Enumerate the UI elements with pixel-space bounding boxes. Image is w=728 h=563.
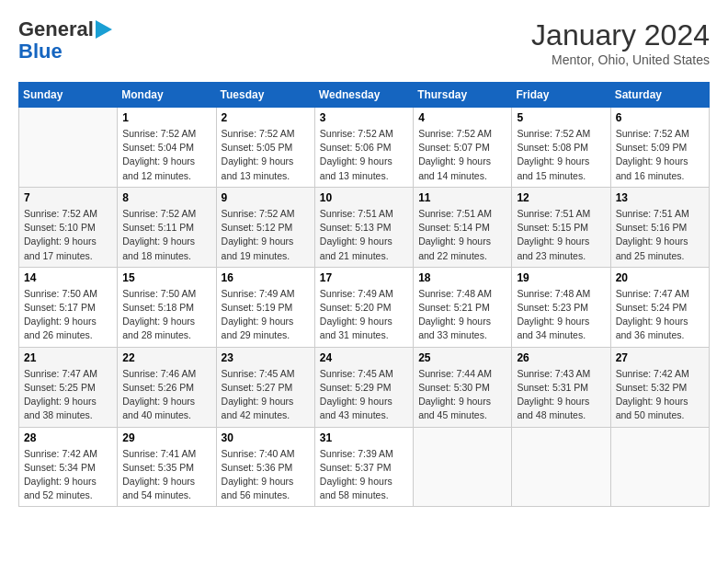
calendar-cell: 25Sunrise: 7:44 AM Sunset: 5:30 PM Dayli…: [414, 347, 512, 427]
day-number: 13: [616, 191, 704, 204]
day-info-text: Sunrise: 7:48 AM Sunset: 5:23 PM Dayligh…: [517, 287, 605, 343]
day-number: 12: [517, 191, 605, 204]
day-info-text: Sunrise: 7:45 AM Sunset: 5:29 PM Dayligh…: [320, 367, 408, 423]
calendar-cell: 8Sunrise: 7:52 AM Sunset: 5:11 PM Daylig…: [118, 187, 216, 267]
calendar-cell: 3Sunrise: 7:52 AM Sunset: 5:06 PM Daylig…: [314, 108, 413, 188]
day-info-text: Sunrise: 7:49 AM Sunset: 5:19 PM Dayligh…: [222, 287, 310, 343]
calendar-cell: 11Sunrise: 7:51 AM Sunset: 5:14 PM Dayli…: [414, 187, 512, 267]
calendar-cell: 9Sunrise: 7:52 AM Sunset: 5:12 PM Daylig…: [216, 187, 314, 267]
calendar-cell: 13Sunrise: 7:51 AM Sunset: 5:16 PM Dayli…: [610, 187, 709, 267]
calendar-body: 1Sunrise: 7:52 AM Sunset: 5:04 PM Daylig…: [19, 108, 710, 507]
calendar-cell: 20Sunrise: 7:47 AM Sunset: 5:24 PM Dayli…: [610, 267, 709, 347]
calendar-cell: 14Sunrise: 7:50 AM Sunset: 5:17 PM Dayli…: [19, 267, 118, 347]
day-info-text: Sunrise: 7:41 AM Sunset: 5:35 PM Dayligh…: [122, 447, 210, 503]
day-info-text: Sunrise: 7:46 AM Sunset: 5:26 PM Dayligh…: [122, 367, 210, 423]
day-info-text: Sunrise: 7:52 AM Sunset: 5:06 PM Dayligh…: [320, 127, 408, 183]
calendar-cell: 2Sunrise: 7:52 AM Sunset: 5:05 PM Daylig…: [216, 108, 314, 188]
day-info-text: Sunrise: 7:42 AM Sunset: 5:34 PM Dayligh…: [24, 447, 112, 503]
day-of-week-header: Sunday: [19, 83, 118, 108]
day-of-week-header: Saturday: [610, 83, 709, 108]
day-info-text: Sunrise: 7:44 AM Sunset: 5:30 PM Dayligh…: [418, 367, 506, 423]
day-info-text: Sunrise: 7:39 AM Sunset: 5:37 PM Dayligh…: [320, 447, 408, 503]
day-of-week-header: Thursday: [414, 83, 512, 108]
day-info-text: Sunrise: 7:50 AM Sunset: 5:17 PM Dayligh…: [24, 287, 112, 343]
day-number: 18: [418, 271, 506, 284]
day-number: 5: [517, 111, 605, 124]
calendar-cell: 23Sunrise: 7:45 AM Sunset: 5:27 PM Dayli…: [216, 347, 314, 427]
day-info-text: Sunrise: 7:52 AM Sunset: 5:11 PM Dayligh…: [122, 207, 210, 263]
calendar-cell: 7Sunrise: 7:52 AM Sunset: 5:10 PM Daylig…: [19, 187, 118, 267]
day-info-text: Sunrise: 7:43 AM Sunset: 5:31 PM Dayligh…: [517, 367, 605, 423]
day-info-text: Sunrise: 7:52 AM Sunset: 5:09 PM Dayligh…: [616, 127, 704, 183]
logo: General Blue: [18, 18, 112, 63]
calendar-cell: 16Sunrise: 7:49 AM Sunset: 5:19 PM Dayli…: [216, 267, 314, 347]
day-of-week-header: Monday: [118, 83, 216, 108]
day-of-week-header: Friday: [512, 83, 610, 108]
day-info-text: Sunrise: 7:45 AM Sunset: 5:27 PM Dayligh…: [222, 367, 310, 423]
day-number: 6: [616, 111, 704, 124]
calendar-week-row: 21Sunrise: 7:47 AM Sunset: 5:25 PM Dayli…: [19, 347, 710, 427]
day-number: 3: [320, 111, 408, 124]
calendar-cell: 18Sunrise: 7:48 AM Sunset: 5:21 PM Dayli…: [414, 267, 512, 347]
day-of-week-header: Tuesday: [216, 83, 314, 108]
calendar-cell: [19, 108, 118, 188]
day-number: 20: [616, 271, 704, 284]
calendar-cell: 22Sunrise: 7:46 AM Sunset: 5:26 PM Dayli…: [118, 347, 216, 427]
day-number: 15: [122, 271, 210, 284]
day-info-text: Sunrise: 7:48 AM Sunset: 5:21 PM Dayligh…: [418, 287, 506, 343]
day-number: 7: [24, 191, 112, 204]
day-number: 2: [222, 111, 310, 124]
day-number: 21: [24, 351, 112, 364]
page-header: General Blue January 2024 Mentor, Ohio, …: [18, 18, 710, 67]
day-info-text: Sunrise: 7:51 AM Sunset: 5:13 PM Dayligh…: [320, 207, 408, 263]
day-number: 14: [24, 271, 112, 284]
calendar-cell: 17Sunrise: 7:49 AM Sunset: 5:20 PM Dayli…: [314, 267, 413, 347]
day-info-text: Sunrise: 7:52 AM Sunset: 5:05 PM Dayligh…: [222, 127, 310, 183]
day-info-text: Sunrise: 7:51 AM Sunset: 5:14 PM Dayligh…: [418, 207, 506, 263]
location-subtitle: Mentor, Ohio, United States: [531, 52, 710, 67]
day-info-text: Sunrise: 7:52 AM Sunset: 5:08 PM Dayligh…: [517, 127, 605, 183]
calendar-cell: 28Sunrise: 7:42 AM Sunset: 5:34 PM Dayli…: [19, 427, 118, 507]
calendar-cell: 26Sunrise: 7:43 AM Sunset: 5:31 PM Dayli…: [512, 347, 610, 427]
day-number: 24: [320, 351, 408, 364]
day-number: 29: [122, 431, 210, 444]
day-number: 28: [24, 431, 112, 444]
day-info-text: Sunrise: 7:52 AM Sunset: 5:07 PM Dayligh…: [418, 127, 506, 183]
day-number: 10: [320, 191, 408, 204]
calendar-table: SundayMondayTuesdayWednesdayThursdayFrid…: [18, 82, 710, 507]
calendar-cell: 10Sunrise: 7:51 AM Sunset: 5:13 PM Dayli…: [314, 187, 413, 267]
calendar-cell: 31Sunrise: 7:39 AM Sunset: 5:37 PM Dayli…: [314, 427, 413, 507]
month-title: January 2024: [531, 18, 710, 52]
calendar-cell: 19Sunrise: 7:48 AM Sunset: 5:23 PM Dayli…: [512, 267, 610, 347]
day-info-text: Sunrise: 7:40 AM Sunset: 5:36 PM Dayligh…: [222, 447, 310, 503]
logo-text-blue: Blue: [18, 40, 63, 63]
day-info-text: Sunrise: 7:52 AM Sunset: 5:04 PM Dayligh…: [122, 127, 210, 183]
day-number: 22: [122, 351, 210, 364]
logo-text-general: General: [18, 18, 94, 40]
day-info-text: Sunrise: 7:49 AM Sunset: 5:20 PM Dayligh…: [320, 287, 408, 343]
calendar-cell: [610, 427, 709, 507]
day-number: 17: [320, 271, 408, 284]
calendar-cell: 29Sunrise: 7:41 AM Sunset: 5:35 PM Dayli…: [118, 427, 216, 507]
day-number: 8: [122, 191, 210, 204]
calendar-cell: 15Sunrise: 7:50 AM Sunset: 5:18 PM Dayli…: [118, 267, 216, 347]
days-of-week-row: SundayMondayTuesdayWednesdayThursdayFrid…: [19, 83, 710, 108]
calendar-cell: [512, 427, 610, 507]
day-info-text: Sunrise: 7:51 AM Sunset: 5:16 PM Dayligh…: [616, 207, 704, 263]
calendar-week-row: 7Sunrise: 7:52 AM Sunset: 5:10 PM Daylig…: [19, 187, 710, 267]
calendar-cell: 30Sunrise: 7:40 AM Sunset: 5:36 PM Dayli…: [216, 427, 314, 507]
day-number: 30: [222, 431, 310, 444]
calendar-week-row: 14Sunrise: 7:50 AM Sunset: 5:17 PM Dayli…: [19, 267, 710, 347]
day-number: 27: [616, 351, 704, 364]
day-number: 25: [418, 351, 506, 364]
calendar-cell: [414, 427, 512, 507]
day-number: 11: [418, 191, 506, 204]
logo-arrow-icon: [96, 20, 112, 39]
day-info-text: Sunrise: 7:52 AM Sunset: 5:10 PM Dayligh…: [24, 207, 112, 263]
day-number: 1: [122, 111, 210, 124]
calendar-cell: 27Sunrise: 7:42 AM Sunset: 5:32 PM Dayli…: [610, 347, 709, 427]
day-info-text: Sunrise: 7:51 AM Sunset: 5:15 PM Dayligh…: [517, 207, 605, 263]
day-number: 26: [517, 351, 605, 364]
day-info-text: Sunrise: 7:42 AM Sunset: 5:32 PM Dayligh…: [616, 367, 704, 423]
day-info-text: Sunrise: 7:50 AM Sunset: 5:18 PM Dayligh…: [122, 287, 210, 343]
